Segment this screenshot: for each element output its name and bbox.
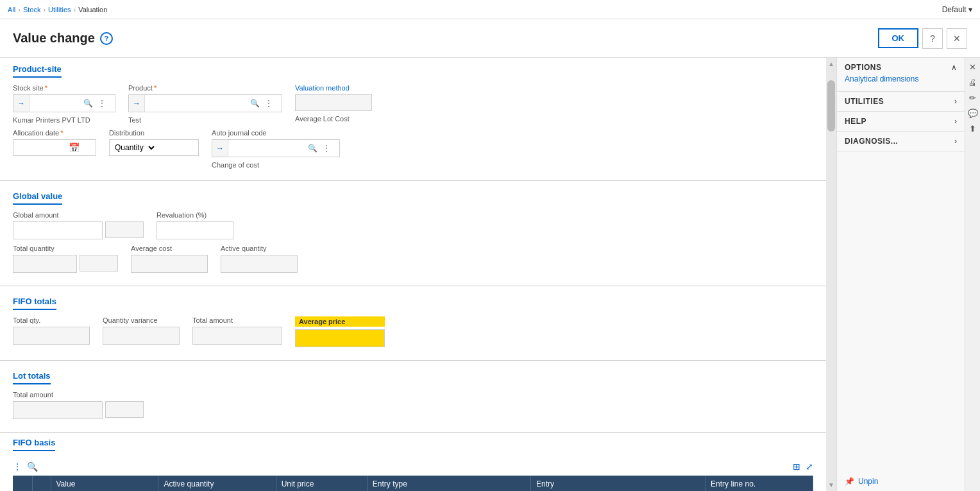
diagnosis-expand-icon[interactable]: › [954,137,957,146]
app-container: All › Stock › Utilities › Valuation Defa… [0,0,980,491]
options-title: OPTIONS [845,63,882,72]
print-icon[interactable]: 🖨 [967,76,979,89]
diagnosis-section: DIAGNOSIS... › [837,132,965,151]
options-header[interactable]: OPTIONS ∧ [845,63,957,72]
fifo-totals-section: FIFO totals Total qty. 100.000 Quantity … [0,291,826,357]
product-site-title: Product-site [13,64,62,78]
auto-journal-search-icon[interactable]: 🔍 [305,144,320,153]
col-entry: Entry [531,476,705,491]
auto-journal-arrow[interactable]: → [212,140,228,157]
distribution-field: Distribution Quantity Value [109,129,199,156]
auto-journal-input[interactable]: COST [228,140,305,157]
close-panel-icon[interactable]: ✕ [967,60,979,73]
options-section: OPTIONS ∧ Analytical dimensions [837,58,965,92]
global-value-row1: Global amount 8000.000000 INR Revaluatio… [13,211,813,239]
total-quantity-field: Total quantity 100.000 KG [13,245,118,273]
stock-site-more-icon[interactable]: ⋮ [96,99,108,108]
fifo-basis-table: Value Active quantity Unit price Entry t… [13,476,813,491]
fifo-total-amount-input: 8000.000000 [192,327,282,345]
help-circle-icon[interactable]: ? [100,32,113,45]
main-layout: Product-site Stock site* → 101 🔍 [0,58,980,491]
right-panel: OPTIONS ∧ Analytical dimensions UTILITIE… [836,58,965,491]
close-button[interactable]: ✕ [947,28,967,49]
col-unit-price: Unit price [276,476,367,491]
help-header[interactable]: HELP › [845,117,957,126]
ok-button[interactable]: OK [878,28,919,48]
quantity-variance-field: Quantity variance [103,316,180,345]
page-title: Value change [13,31,95,46]
unpin-button[interactable]: 📌 Unpin [837,472,965,491]
page-header: Value change ? OK ? ✕ [0,19,980,58]
breadcrumb-all[interactable]: All [8,6,15,13]
stock-site-input[interactable]: 101 [30,95,81,112]
allocation-date-input[interactable]: 09/01/23 [13,140,65,155]
help-section: HELP › [837,112,965,132]
table-layers-icon[interactable]: ⊞ [793,461,800,472]
col-row-num [13,476,32,491]
col-entry-line-no: Entry line no. [705,476,813,491]
content-area: Product-site Stock site* → 101 🔍 [0,58,826,491]
total-qty-field: Total qty. 100.000 [13,316,90,345]
fifo-basis-section: FIFO basis ⋮ 🔍 ⊞ ⤢ [0,438,826,491]
upload-icon[interactable]: ⬆ [967,122,979,135]
table-toolbar: ⋮ 🔍 ⊞ ⤢ [13,458,813,476]
diagnosis-header[interactable]: DIAGNOSIS... › [845,137,957,146]
help-expand-icon[interactable]: › [954,117,957,126]
product-arrow[interactable]: → [129,95,145,112]
fifo-totals-title: FIFO totals [13,297,56,310]
lot-totals-row: Total amount 8000.000000 INR [13,391,813,419]
allocation-date-field: Allocation date* 09/01/23 📅 [13,129,96,156]
product-search-icon[interactable]: 🔍 [248,99,262,108]
lot-total-amount-field: Total amount 8000.000000 INR [13,391,144,419]
utilities-header[interactable]: UTILITIES › [845,97,957,106]
lot-total-amount-currency: INR [105,401,144,418]
quantity-variance-label: Quantity variance [103,316,180,324]
valuation-method-input: ALC [295,94,372,111]
fifo-total-amount-field: Total amount 8000.000000 [192,316,282,345]
product-sublabel: Test [128,116,282,124]
options-collapse-icon[interactable]: ∧ [951,63,957,72]
scrollbar[interactable]: ▲ ▼ [826,58,836,491]
product-more-icon[interactable]: ⋮ [262,99,275,108]
breadcrumb-utilities[interactable]: Utilities [48,6,71,13]
fifo-basis-title: FIFO basis [13,438,55,451]
table-options-icon[interactable]: ⋮ [13,461,22,472]
default-dropdown[interactable]: Default ▾ [942,5,972,14]
table-search-icon[interactable]: 🔍 [27,461,38,472]
diagnosis-title: DIAGNOSIS... [845,137,898,146]
total-quantity-input: 100.000 [13,255,77,273]
product-site-section: Product-site Stock site* → 101 🔍 [0,58,826,178]
table-expand-icon[interactable]: ⤢ [806,461,813,472]
active-quantity-field: Active quantity 100 [221,245,298,273]
analytical-dimensions-link[interactable]: Analytical dimensions [845,72,957,86]
col-active-qty: Active quantity [158,476,276,491]
auto-journal-more-icon[interactable]: ⋮ [320,144,333,153]
lot-totals-title: Lot totals [13,371,51,384]
edit-icon[interactable]: ✏ [967,91,979,104]
product-input[interactable]: AD-JL-00000010 [145,95,248,112]
calendar-icon[interactable]: 📅 [65,142,83,153]
stock-site-search-icon[interactable]: 🔍 [81,99,96,108]
unpin-label: Unpin [858,477,878,486]
scroll-thumb[interactable] [827,80,835,132]
form-row-1: Stock site* → 101 🔍 ⋮ Kumar Printers PVT… [13,84,813,124]
right-panel-wrapper: OPTIONS ∧ Analytical dimensions UTILITIE… [836,58,980,491]
header-title-group: Value change ? [13,31,113,46]
help-title: HELP [845,117,866,126]
utilities-section: UTILITIES › [837,92,965,112]
stock-site-label: Stock site* [13,84,115,92]
stock-site-arrow[interactable]: → [13,95,30,112]
distribution-select-wrapper: Quantity Value [109,139,199,156]
active-quantity-input: 100 [221,255,298,273]
distribution-select[interactable]: Quantity Value [110,140,156,155]
comment-icon[interactable]: 💬 [967,107,979,119]
revaluation-input[interactable]: 0.000000 [156,221,233,239]
average-price-field: Average price 80.000000 [295,316,385,347]
top-bar: All › Stock › Utilities › Valuation Defa… [0,0,980,19]
utilities-expand-icon[interactable]: › [954,97,957,106]
revaluation-label: Revaluation (%) [156,211,233,219]
question-button[interactable]: ? [922,28,943,49]
global-amount-field: Global amount 8000.000000 INR [13,211,144,239]
global-amount-input[interactable]: 8000.000000 [13,221,103,239]
breadcrumb-stock[interactable]: Stock [23,6,41,13]
